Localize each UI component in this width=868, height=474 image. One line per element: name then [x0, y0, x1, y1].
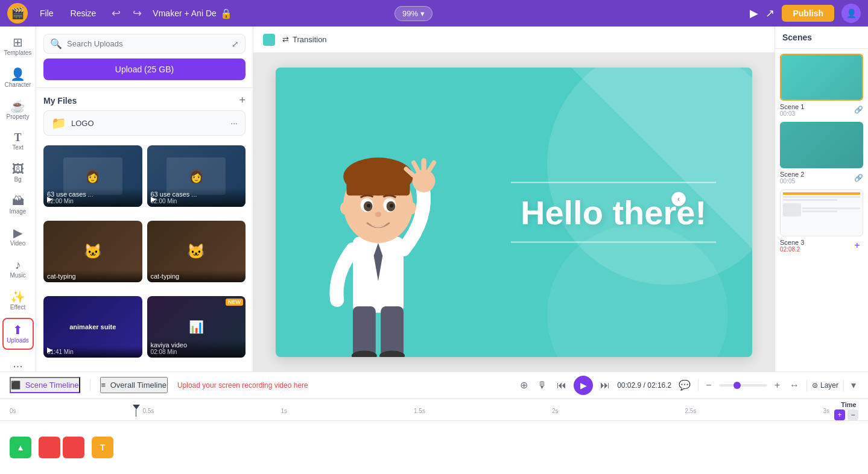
music-icon: ♪	[15, 259, 21, 271]
scene-thumb-3	[780, 189, 863, 236]
scene-link-button-1[interactable]: 🔗	[854, 106, 863, 114]
track-element-red-group	[39, 437, 84, 458]
sidebar-item-label: Uploads	[7, 337, 29, 344]
file-item[interactable]: 🐱 cat-typing	[147, 221, 246, 282]
sidebar-item-effect[interactable]: ✨ Effect	[2, 286, 34, 315]
zoom-out-button[interactable]: −	[703, 378, 714, 393]
triangle-icon: ▲	[16, 443, 25, 452]
scene-item-3[interactable]: Scene 3 02:08.2 +	[780, 189, 863, 253]
templates-icon: ⊞	[13, 36, 23, 48]
add-folder-button[interactable]: +	[239, 94, 246, 107]
search-bar[interactable]: 🔍 ⤢	[43, 34, 246, 54]
overall-timeline-tab[interactable]: ≡ Overall Timeline	[100, 377, 168, 393]
left-panel-header: 🔍 ⤢ Upload (25 GB)	[36, 27, 253, 88]
upload-button[interactable]: Upload (25 GB)	[43, 58, 246, 80]
transition-icon: ⇄	[282, 35, 289, 44]
zoom-badge[interactable]: 99% ▾	[394, 6, 432, 21]
skip-forward-button[interactable]: ⏭	[598, 378, 612, 393]
zoom-slider-thumb[interactable]	[733, 382, 741, 389]
folder-item[interactable]: 📁 LOGO ···	[43, 110, 246, 136]
text-icon: T	[14, 132, 21, 143]
avatar[interactable]: 👤	[841, 4, 861, 23]
preview-button[interactable]: ▶	[750, 7, 758, 20]
undo-button[interactable]: ↩	[108, 5, 124, 21]
character-svg	[300, 104, 457, 357]
zoom-in-button[interactable]: +	[772, 378, 782, 393]
scene-icon: ⬛	[11, 381, 21, 390]
play-icon: ▶	[47, 346, 52, 354]
expand-timeline-button[interactable]: ▾	[849, 377, 858, 393]
skip-back-button[interactable]: ⏮	[554, 378, 569, 393]
file-item[interactable]: 📊 kaviya video 02:08 Min NEW	[147, 296, 246, 358]
zoom-control[interactable]: 99% ▾	[394, 6, 432, 21]
sidebar-item-image[interactable]: 🏔 Image	[2, 190, 34, 220]
time-label: Time	[841, 401, 856, 408]
my-files-header: My Files +	[36, 88, 253, 110]
track-element-green[interactable]: ▲	[10, 437, 31, 458]
folder-menu-button[interactable]: ···	[230, 118, 238, 128]
collapse-panel-button[interactable]: ‹	[671, 192, 686, 206]
character-icon: 👤	[10, 68, 25, 80]
ruler-mark: 0s	[10, 408, 16, 414]
scenes-list: Scene 1 00:03 🔗 Scene 2 00:05 🔗	[775, 49, 868, 371]
bg-icon: 🖼	[12, 163, 24, 175]
file-item[interactable]: 👩 63 use cases ... 02:00 Min ▶	[147, 145, 246, 207]
zoom-track[interactable]	[719, 384, 767, 387]
track-element-red-1[interactable]	[39, 437, 60, 458]
sidebar-item-property[interactable]: ☕ Property	[2, 95, 34, 125]
publish-button[interactable]: Publish	[782, 5, 834, 22]
svg-point-14	[413, 169, 436, 192]
effect-icon: ✨	[10, 291, 25, 303]
playhead-triangle	[133, 405, 140, 409]
transition-button[interactable]: ⇄ Transition	[282, 35, 327, 44]
sidebar-item-templates[interactable]: ⊞ Templates	[2, 31, 34, 61]
file-thumb-overlay: kaviya video 02:08 Min	[147, 339, 246, 358]
track-element-orange[interactable]: T	[92, 437, 113, 458]
mic-button[interactable]: 🎙	[535, 378, 550, 393]
layer-button[interactable]: ⊜ Layer	[812, 381, 838, 390]
scene3-content	[781, 190, 863, 236]
scene-name-2: Scene 2	[780, 171, 804, 178]
svg-point-13	[406, 202, 416, 215]
files-grid: 👩 63 use cases ... 02:00 Min ▶ 👩 63 use …	[36, 141, 253, 371]
search-input[interactable]	[67, 39, 227, 48]
track-element-red-2[interactable]	[63, 437, 84, 458]
fit-button[interactable]: ↔	[787, 378, 802, 393]
share-button[interactable]: ↗	[765, 7, 775, 20]
time-minus-button[interactable]: −	[847, 409, 858, 420]
sidebar-item-bg[interactable]: 🖼 Bg	[2, 158, 34, 188]
scene-item-2[interactable]: Scene 2 00:05 🔗	[780, 122, 863, 185]
file-thumb-overlay: 63 use cases ... 02:00 Min	[147, 188, 246, 207]
file-menu[interactable]: File	[35, 6, 59, 21]
svg-rect-4	[347, 174, 410, 196]
scene-link-button-2[interactable]: 🔗	[854, 174, 863, 182]
scene-item-1[interactable]: Scene 1 00:03 🔗	[780, 54, 863, 117]
sidebar-item-uploads[interactable]: ⬆ Uploads	[2, 318, 34, 350]
color-swatch[interactable]	[263, 34, 275, 46]
file-item[interactable]: animaker suite 01:41 Min ▶	[43, 296, 142, 358]
main-area: ⊞ Templates 👤 Character ☕ Property T Tex…	[0, 27, 868, 371]
face-track-button[interactable]: ⊕	[518, 377, 530, 393]
file-thumb-overlay: 01:41 Min	[43, 346, 142, 358]
play-button[interactable]: ▶	[574, 376, 593, 395]
file-item[interactable]: 👩 63 use cases ... 02:00 Min ▶	[43, 145, 142, 207]
sidebar-item-more[interactable]: ··· More	[2, 355, 34, 371]
image-icon: 🏔	[12, 195, 24, 207]
time-plus-button[interactable]: +	[834, 409, 845, 420]
file-thumb-overlay: 63 use cases ... 02:00 Min	[43, 188, 142, 207]
scene-add-button-3[interactable]: +	[851, 239, 863, 251]
expand-button[interactable]: ⤢	[232, 39, 239, 49]
canvas-frame[interactable]: Hello there!	[276, 68, 752, 357]
file-item[interactable]: 🐱 cat-typing	[43, 221, 142, 282]
sidebar-item-music[interactable]: ♪ Music	[2, 254, 34, 283]
sidebar-item-video[interactable]: ▶ Video	[2, 222, 34, 251]
scene-name-1: Scene 1	[780, 103, 804, 110]
caption-button[interactable]: 💬	[676, 377, 693, 393]
sidebar-item-character[interactable]: 👤 Character	[2, 63, 34, 93]
resize-menu[interactable]: Resize	[66, 6, 101, 21]
sidebar-item-text[interactable]: T Text	[2, 127, 34, 156]
playhead[interactable]	[133, 405, 140, 417]
scene-timeline-tab[interactable]: ⬛ Scene Timeline	[10, 377, 80, 393]
redo-button[interactable]: ↪	[129, 5, 145, 21]
time-right-area: Time + −	[834, 401, 858, 420]
